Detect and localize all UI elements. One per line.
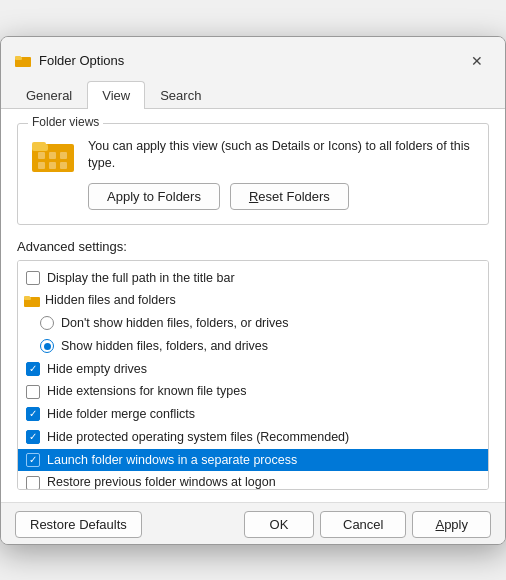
- checkbox-hide-protected-os[interactable]: [26, 430, 40, 444]
- checkbox-hide-folder-merge[interactable]: [26, 407, 40, 421]
- folder-options-dialog: Folder Options ✕ General View Search Fol…: [0, 36, 506, 545]
- setting-launch-folder-separate[interactable]: Launch folder windows in a separate proc…: [18, 449, 488, 472]
- svg-rect-11: [60, 162, 67, 169]
- svg-rect-9: [38, 162, 45, 169]
- label-show-hidden: Show hidden files, folders, and drives: [61, 337, 268, 356]
- setting-hide-protected-os[interactable]: Hide protected operating system files (R…: [18, 426, 488, 449]
- folder-grid-icon: [32, 138, 74, 174]
- folder-views-buttons: Apply to Folders Reset Folders: [88, 183, 474, 210]
- tab-view[interactable]: View: [87, 81, 145, 109]
- label-restore-previous: Restore previous folder windows at logon: [47, 473, 276, 489]
- title-bar: Folder Options ✕: [1, 37, 505, 81]
- apply-to-folders-button[interactable]: Apply to Folders: [88, 183, 220, 210]
- label-hide-protected-os: Hide protected operating system files (R…: [47, 428, 349, 447]
- cancel-button[interactable]: Cancel: [320, 511, 406, 538]
- settings-list: Display the full path in the title bar H…: [17, 260, 489, 490]
- svg-rect-14: [24, 296, 30, 298]
- category-folder-icon: [24, 294, 40, 308]
- setting-hide-empty-drives[interactable]: Hide empty drives: [18, 358, 488, 381]
- tab-general[interactable]: General: [11, 81, 87, 109]
- label-hide-extensions: Hide extensions for known file types: [47, 382, 246, 401]
- title-bar-left: Folder Options: [15, 53, 124, 69]
- folder-views-group: Folder views You can apply this view: [17, 123, 489, 225]
- setting-full-path[interactable]: Display the full path in the title bar: [18, 267, 488, 290]
- folder-views-inner: You can apply this view (such as Details…: [32, 138, 474, 210]
- setting-hidden-files-category: Hidden files and folders: [18, 289, 488, 312]
- reset-r-underline: R: [249, 189, 258, 204]
- title-folder-icon: [15, 53, 31, 69]
- label-launch-folder-separate: Launch folder windows in a separate proc…: [47, 451, 297, 470]
- setting-dont-show-hidden[interactable]: Don't show hidden files, folders, or dri…: [18, 312, 488, 335]
- radio-show-hidden[interactable]: [40, 339, 54, 353]
- checkbox-full-path[interactable]: [26, 271, 40, 285]
- setting-hide-folder-merge[interactable]: Hide folder merge conflicts: [18, 403, 488, 426]
- checkbox-restore-previous[interactable]: [26, 476, 40, 490]
- label-hide-empty-drives: Hide empty drives: [47, 360, 147, 379]
- setting-show-hidden[interactable]: Show hidden files, folders, and drives: [18, 335, 488, 358]
- restore-defaults-button[interactable]: Restore Defaults: [15, 511, 142, 538]
- tab-search[interactable]: Search: [145, 81, 216, 109]
- folder-views-description: You can apply this view (such as Details…: [88, 138, 474, 173]
- folder-views-label: Folder views: [28, 115, 103, 129]
- reset-folders-button[interactable]: Reset Folders: [230, 183, 349, 210]
- setting-hide-extensions[interactable]: Hide extensions for known file types: [18, 380, 488, 403]
- svg-rect-2: [15, 56, 21, 58]
- label-hide-folder-merge: Hide folder merge conflicts: [47, 405, 195, 424]
- close-button[interactable]: ✕: [463, 47, 491, 75]
- advanced-settings-label: Advanced settings:: [17, 239, 489, 254]
- apply-button[interactable]: Apply: [412, 511, 491, 538]
- svg-rect-7: [49, 152, 56, 159]
- label-dont-show: Don't show hidden files, folders, or dri…: [61, 314, 289, 333]
- setting-restore-previous-folders[interactable]: Restore previous folder windows at logon: [18, 471, 488, 489]
- ok-button[interactable]: OK: [244, 511, 314, 538]
- folder-views-right: You can apply this view (such as Details…: [88, 138, 474, 210]
- checkbox-launch-folder-separate[interactable]: [26, 453, 40, 467]
- main-content: Folder views You can apply this view: [1, 109, 505, 502]
- radio-dont-show[interactable]: [40, 316, 54, 330]
- svg-rect-10: [49, 162, 56, 169]
- svg-rect-6: [38, 152, 45, 159]
- label-hidden-files-category: Hidden files and folders: [45, 291, 176, 310]
- bottom-bar: Restore Defaults OK Cancel Apply: [1, 502, 505, 544]
- svg-rect-5: [32, 142, 46, 147]
- checkbox-hide-extensions[interactable]: [26, 385, 40, 399]
- label-full-path: Display the full path in the title bar: [47, 269, 235, 288]
- dialog-title: Folder Options: [39, 53, 124, 68]
- svg-rect-8: [60, 152, 67, 159]
- tabs-bar: General View Search: [1, 81, 505, 109]
- checkbox-hide-empty-drives[interactable]: [26, 362, 40, 376]
